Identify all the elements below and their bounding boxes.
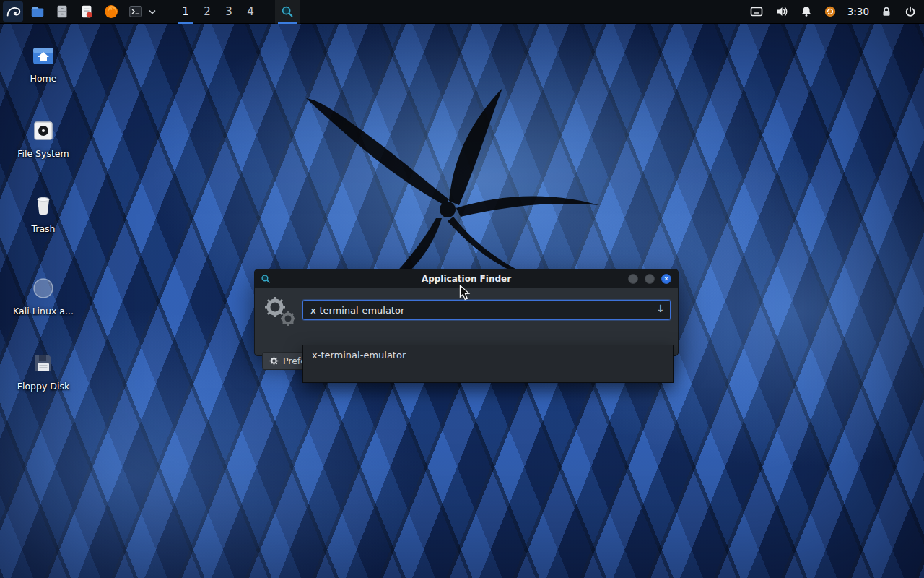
- application-finder-icon: [281, 5, 294, 18]
- search-input[interactable]: [302, 300, 671, 320]
- desktop-icon-floppy-disk[interactable]: Floppy Disk: [7, 350, 79, 392]
- desktop-icon-label: Floppy Disk: [7, 381, 79, 392]
- kali-logo-icon: [5, 4, 21, 20]
- clipboard-icon: [749, 4, 764, 19]
- taskbar-application-finder[interactable]: [275, 0, 300, 24]
- terminal-launcher[interactable]: [126, 1, 146, 22]
- desktop-icon-label: Trash: [7, 223, 79, 234]
- application-finder-window: Application Finder ✕: [254, 269, 679, 356]
- top-panel: 1 2 3 4: [0, 0, 924, 24]
- completion-item[interactable]: x-terminal-emulator: [303, 345, 673, 365]
- finder-body: ↓ Preferences x-terminal-emulator: [255, 288, 678, 356]
- clipboard-tray-button[interactable]: [749, 4, 764, 19]
- desktop-icon-label: File System: [7, 148, 79, 159]
- file-manager-launcher[interactable]: [27, 1, 48, 22]
- gears-icon: [263, 296, 297, 327]
- file-cabinet-icon: [54, 4, 70, 20]
- close-button[interactable]: ✕: [661, 274, 671, 284]
- workspace-1[interactable]: 1: [175, 0, 196, 24]
- trash-icon: [31, 194, 56, 218]
- text-editor-icon: [79, 4, 95, 20]
- clock[interactable]: 3:30: [847, 6, 869, 17]
- volume-tray-button[interactable]: [775, 4, 789, 19]
- firefox-launcher[interactable]: [101, 1, 121, 22]
- maximize-button[interactable]: [645, 274, 655, 284]
- status-orange-icon: [824, 5, 837, 18]
- lock-tray-button[interactable]: [880, 5, 893, 18]
- desktop-icon-label: Home: [7, 73, 79, 84]
- terminal-dropdown-button[interactable]: [148, 1, 157, 22]
- completion-popup: x-terminal-emulator: [302, 345, 674, 383]
- firefox-icon: [103, 4, 119, 20]
- gear-icon: [269, 356, 279, 366]
- desktop-icon-trash[interactable]: Trash: [7, 192, 79, 234]
- desktop-icon-kali-linux[interactable]: Kali Linux a...: [7, 275, 79, 316]
- bell-icon: [800, 5, 813, 18]
- window-title: Application Finder: [255, 274, 678, 284]
- workspace-pager: 1 2 3 4: [170, 0, 266, 24]
- workspace-3[interactable]: 3: [218, 0, 240, 24]
- titlebar[interactable]: Application Finder ✕: [255, 269, 678, 288]
- text-caret: [417, 304, 417, 316]
- chevron-down-icon: [149, 9, 156, 14]
- desktop-icon-file-system[interactable]: File System: [7, 117, 79, 159]
- file-manager-icon: [30, 4, 45, 20]
- desktop-root: 1 2 3 4: [0, 0, 924, 578]
- minimize-button[interactable]: [628, 274, 638, 284]
- floppy-disk-icon: [31, 351, 56, 376]
- file-system-icon: [31, 118, 56, 143]
- desktop-icon-home[interactable]: Home: [7, 42, 79, 84]
- workspace-4[interactable]: 4: [240, 0, 261, 24]
- power-tray-button[interactable]: [904, 5, 917, 18]
- terminal-icon: [128, 4, 144, 20]
- dropdown-arrow-icon[interactable]: ↓: [653, 303, 668, 314]
- kali-dragon-logo: [260, 64, 635, 295]
- system-tray: 3:30: [749, 4, 924, 19]
- volume-icon: [775, 4, 789, 19]
- power-icon: [904, 5, 917, 18]
- window-buttons: ✕: [628, 274, 678, 284]
- notifications-tray-button[interactable]: [800, 5, 813, 18]
- desktop-icon-label: Kali Linux a...: [7, 306, 79, 316]
- text-editor-launcher[interactable]: [77, 1, 97, 22]
- file-cabinet-launcher[interactable]: [52, 1, 72, 22]
- workspace-2[interactable]: 2: [196, 0, 218, 24]
- status-tray-button[interactable]: [824, 5, 837, 18]
- home-icon: [31, 43, 56, 68]
- lock-icon: [880, 5, 893, 18]
- kali-menu-button[interactable]: [3, 1, 23, 22]
- kali-disc-icon: [31, 276, 56, 301]
